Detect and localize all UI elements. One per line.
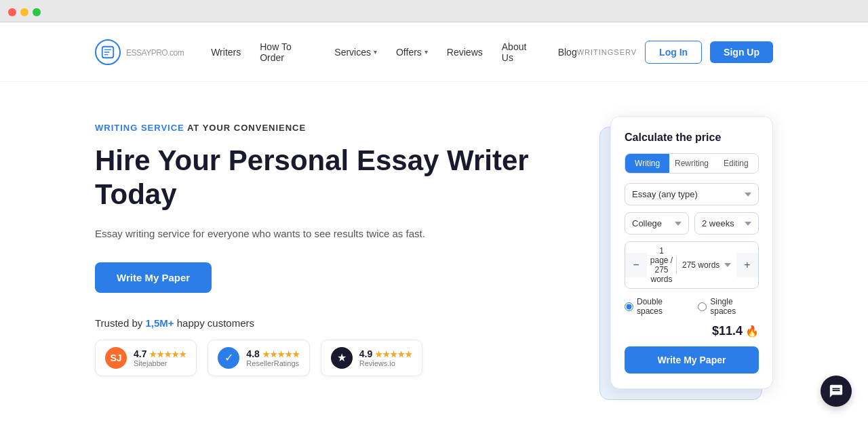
trusted-prefix: Trusted by	[95, 317, 145, 329]
hero-subtitle-highlight: WRITING SERVICE	[95, 123, 184, 133]
deadline-select[interactable]: 2 weeks 10 days 7 days 5 days 3 days 2 d…	[694, 212, 759, 235]
sitejabber-name: Sitejabber	[134, 359, 186, 367]
trusted-suffix: happy customers	[174, 317, 254, 329]
logo-icon	[95, 39, 121, 65]
page: ESSAYPRO.com Writers How To Order Servic…	[0, 22, 868, 423]
level-select[interactable]: College High School University Master's …	[625, 212, 689, 235]
sitejabber-score: 4.7 ★★★★★	[134, 348, 186, 359]
double-spaces-radio[interactable]	[625, 302, 633, 311]
reviewsio-score: 4.9 ★★★★★	[359, 348, 412, 359]
hero-description: Essay writing service for everyone who w…	[95, 226, 570, 242]
calculator-cta-button[interactable]: Write My Paper	[625, 346, 759, 374]
hero-left: WRITING SERVICE AT YOUR CONVENIENCE Hire…	[95, 116, 570, 389]
writingserv-badge: WRITINGSERV	[577, 48, 637, 56]
price-value: $11.4	[712, 324, 743, 338]
trusted-text: Trusted by 1,5M+ happy customers	[95, 317, 570, 329]
trusted-count: 1,5M+	[145, 317, 174, 329]
spacing-row: Double spaces Single spaces	[625, 297, 759, 316]
reviewsio-name: Reviews.io	[359, 359, 412, 367]
signup-button[interactable]: Sign Up	[710, 41, 773, 63]
calculator-card: Calculate the price Writing Rewriting Ed…	[610, 116, 773, 389]
single-spaces-text: Single spaces	[710, 297, 759, 316]
browser-chrome	[0, 0, 868, 22]
calculator-title: Calculate the price	[625, 132, 759, 144]
reviewsio-icon: ★	[331, 347, 353, 369]
sitejabber-info: 4.7 ★★★★★ Sitejabber	[134, 348, 186, 367]
hero-cta-button[interactable]: Write My Paper	[95, 262, 212, 293]
chat-button[interactable]	[821, 376, 852, 407]
tab-editing[interactable]: Editing	[714, 154, 758, 173]
single-spaces-radio[interactable]	[698, 302, 707, 311]
single-spaces-label[interactable]: Single spaces	[698, 297, 759, 316]
dot-yellow[interactable]	[20, 8, 28, 16]
logo[interactable]: ESSAYPRO.com	[95, 39, 184, 65]
price-row: $11.4 🔥	[625, 324, 759, 338]
nav-link-services[interactable]: Services ▾	[334, 47, 377, 58]
pages-decrease-button[interactable]: −	[625, 253, 647, 277]
trusted-section: Trusted by 1,5M+ happy customers SJ 4.7 …	[95, 317, 570, 376]
pages-row: − 1 page / 275 words 275 words 550 words…	[625, 241, 759, 289]
sitejabber-icon: SJ	[105, 347, 127, 369]
resellerratings-badge: ✓ 4.8 ★★★★★ ResellerRatings	[208, 340, 309, 376]
nav-link-about[interactable]: About Us	[502, 41, 539, 63]
hero-section: WRITING SERVICE AT YOUR CONVENIENCE Hire…	[0, 82, 868, 423]
nav-link-how-to-order[interactable]: How To Order	[260, 41, 315, 63]
hero-subtitle-rest: AT YOUR CONVENIENCE	[187, 123, 306, 133]
fire-icon: 🔥	[745, 325, 759, 338]
resellerratings-name: ResellerRatings	[246, 359, 299, 367]
calculator-tabs: Writing Rewriting Editing	[625, 153, 759, 174]
nav-link-reviews[interactable]: Reviews	[447, 47, 483, 58]
calculator-wrapper: Calculate the price Writing Rewriting Ed…	[610, 116, 773, 389]
double-spaces-label[interactable]: Double spaces	[625, 297, 688, 316]
tab-rewriting[interactable]: Rewriting	[669, 154, 713, 173]
browser-dots	[8, 5, 860, 22]
reviewsio-info: 4.9 ★★★★★ Reviews.io	[359, 348, 412, 367]
dot-red[interactable]	[8, 8, 16, 16]
sitejabber-badge: SJ 4.7 ★★★★★ Sitejabber	[95, 340, 197, 376]
resellerratings-score: 4.8 ★★★★★	[246, 348, 299, 359]
reviewsio-badge: ★ 4.9 ★★★★★ Reviews.io	[321, 340, 422, 376]
login-button[interactable]: Log In	[645, 41, 702, 64]
nav-actions: WRITINGSERV Log In Sign Up	[577, 41, 773, 64]
resellerratings-icon: ✓	[218, 347, 239, 369]
pages-increase-button[interactable]: +	[736, 253, 758, 277]
resellerratings-info: 4.8 ★★★★★ ResellerRatings	[246, 348, 299, 367]
nav-link-writers[interactable]: Writers	[211, 47, 241, 58]
words-per-page-select[interactable]: 275 words 550 words	[676, 256, 736, 274]
services-chevron: ▾	[374, 48, 377, 56]
offers-chevron: ▾	[425, 48, 428, 56]
nav-link-blog[interactable]: Blog	[558, 47, 577, 58]
pages-value: 1 page / 275 words	[647, 242, 676, 288]
navbar: ESSAYPRO.com Writers How To Order Servic…	[0, 22, 868, 82]
hero-title: Hire Your Personal Essay Writer Today	[95, 144, 570, 212]
tab-writing[interactable]: Writing	[625, 154, 669, 173]
logo-text: ESSAYPRO.com	[126, 45, 184, 59]
hero-subtitle: WRITING SERVICE AT YOUR CONVENIENCE	[95, 123, 570, 133]
dot-green[interactable]	[33, 8, 41, 16]
double-spaces-text: Double spaces	[637, 297, 688, 316]
level-deadline-row: College High School University Master's …	[625, 212, 759, 235]
essay-type-select[interactable]: Essay (any type)	[625, 183, 759, 205]
nav-link-offers[interactable]: Offers ▾	[396, 47, 428, 58]
nav-links: Writers How To Order Services ▾ Offers ▾…	[211, 41, 577, 63]
rating-badges: SJ 4.7 ★★★★★ Sitejabber ✓ 4.8 ★★★★★ Rese…	[95, 340, 570, 376]
